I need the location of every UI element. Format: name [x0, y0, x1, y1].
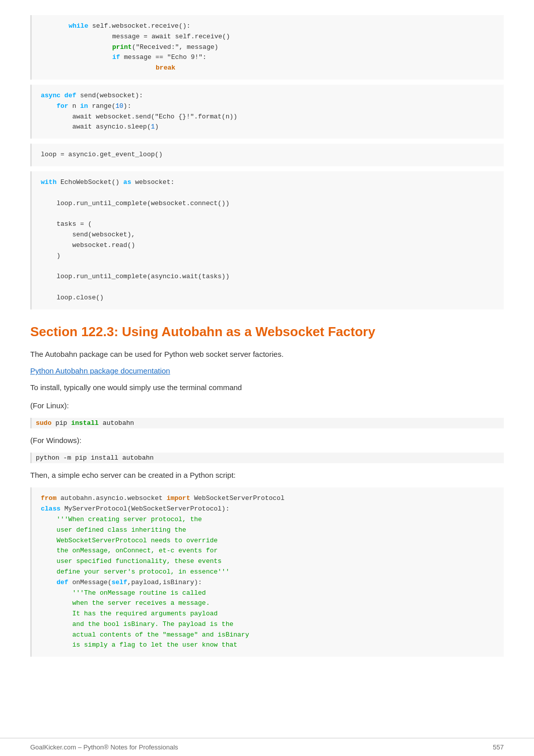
section-heading: Section 122.3: Using Autobahn as a Webso…	[30, 324, 504, 341]
page-footer: GoalKicker.com – Python® Notes for Profe…	[0, 738, 534, 756]
page-content: Section 122.3: Using Autobahn as a Webso…	[0, 324, 534, 692]
with-code-block: with EchoWebSocket() as websocket: loop.…	[30, 171, 504, 309]
loop-code-block: loop = asyncio.get_event_loop()	[30, 144, 504, 166]
top-code-block: while self.websocket.receive(): message …	[30, 15, 504, 80]
windows-label: (For Windows):	[30, 434, 504, 447]
intro-paragraph: The Autobahn package can be used for Pyt…	[30, 348, 504, 360]
echo-intro: Then, a simple echo server can be create…	[30, 469, 504, 481]
linux-label: (For Linux):	[30, 400, 504, 412]
windows-command: python -m pip install autobahn	[30, 453, 504, 463]
install-intro: To install, typically one would simply u…	[30, 382, 504, 394]
footer-left: GoalKicker.com – Python® Notes for Profe…	[30, 743, 178, 751]
echo-server-code: from autobahn.asyncio.websocket import W…	[30, 487, 504, 657]
send-code-block: async def send(websocket): for n in rang…	[30, 85, 504, 139]
linux-command: sudo pip install autobahn	[30, 418, 504, 428]
top-code-section: while self.websocket.receive(): message …	[0, 0, 534, 309]
footer-right: 557	[493, 743, 504, 751]
autobahn-link[interactable]: Python Autobahn package documentation	[30, 366, 170, 375]
